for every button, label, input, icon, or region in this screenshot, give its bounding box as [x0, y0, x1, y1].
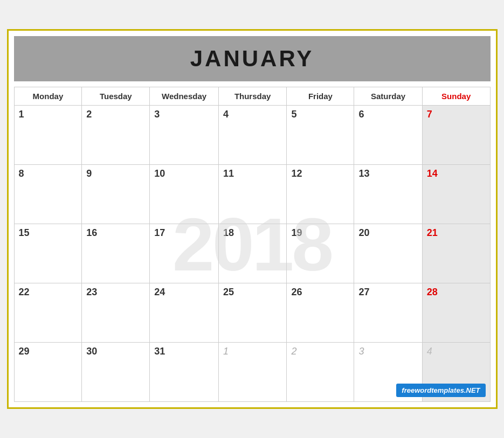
calendar-table: Monday Tuesday Wednesday Thursday Friday…	[14, 87, 491, 402]
header-thursday: Thursday	[218, 87, 287, 106]
day-number: 7	[427, 109, 432, 120]
calendar-day-cell[interactable]: 7	[422, 106, 490, 165]
day-number: 15	[19, 227, 30, 238]
calendar-day-cell[interactable]: 1	[14, 106, 82, 165]
calendar-week-row: 15161718192021	[14, 224, 490, 283]
day-number: 31	[154, 346, 165, 357]
calendar-day-cell[interactable]: 2	[287, 343, 354, 402]
day-number: 2	[291, 346, 296, 357]
calendar-day-cell[interactable]: 25	[218, 283, 287, 343]
calendar-day-cell[interactable]: 24	[150, 283, 219, 343]
calendar-day-cell[interactable]: 28	[422, 283, 490, 343]
calendar-day-cell[interactable]: 13	[354, 165, 422, 224]
day-number: 28	[427, 287, 438, 297]
header-friday: Friday	[287, 87, 354, 106]
day-number: 6	[358, 109, 364, 120]
day-number: 8	[19, 168, 24, 179]
day-number: 16	[86, 227, 97, 238]
calendar-week-row: 1234567	[14, 106, 490, 165]
calendar-day-cell[interactable]: 22	[14, 283, 82, 343]
calendar-header: JANUARY	[14, 36, 491, 81]
calendar-body: 2018 Monday Tuesday Wednesday Thursday F…	[14, 87, 491, 402]
calendar-day-cell[interactable]: 21	[422, 224, 490, 283]
calendar-day-cell[interactable]: 23	[82, 283, 150, 343]
calendar-day-cell[interactable]: 11	[218, 165, 287, 224]
day-number: 14	[427, 168, 438, 179]
calendar-day-cell[interactable]: 12	[287, 165, 354, 224]
calendar-day-cell[interactable]: 31	[150, 343, 219, 402]
day-number: 27	[358, 287, 369, 297]
day-number: 1	[19, 109, 24, 120]
header-monday: Monday	[14, 87, 82, 106]
calendar-day-cell[interactable]: 16	[82, 224, 150, 283]
day-number: 21	[427, 227, 438, 238]
calendar-day-cell[interactable]: 1	[218, 343, 287, 402]
header-tuesday: Tuesday	[82, 87, 150, 106]
day-number: 9	[86, 168, 92, 179]
day-number: 26	[291, 287, 302, 297]
calendar-day-cell[interactable]: 6	[354, 106, 422, 165]
day-number: 1	[223, 346, 229, 357]
header-saturday: Saturday	[354, 87, 422, 106]
calendar-day-cell[interactable]: 8	[14, 165, 82, 224]
calendar-day-cell[interactable]: 30	[82, 343, 150, 402]
calendar-day-cell[interactable]: 17	[150, 224, 219, 283]
day-number: 17	[154, 227, 165, 238]
calendar-day-cell[interactable]: 3	[150, 106, 219, 165]
day-number: 11	[223, 168, 234, 179]
day-number: 22	[19, 287, 30, 297]
day-number: 29	[19, 346, 30, 357]
calendar-day-cell[interactable]: 19	[287, 224, 354, 283]
calendar-day-cell[interactable]: 10	[150, 165, 219, 224]
calendar-day-cell[interactable]: 4freewordtemplates.NET	[422, 343, 490, 402]
calendar-week-row: 891011121314	[14, 165, 490, 224]
day-number: 20	[358, 227, 369, 238]
day-number: 3	[154, 109, 160, 120]
day-number: 4	[223, 109, 229, 120]
calendar-rows: 1234567891011121314151617181920212223242…	[14, 106, 490, 402]
day-number: 3	[358, 346, 364, 357]
calendar-day-cell[interactable]: 4	[218, 106, 287, 165]
calendar-week-row: 2930311234freewordtemplates.NET	[14, 343, 490, 402]
calendar-week-row: 22232425262728	[14, 283, 490, 343]
branding-label[interactable]: freewordtemplates.NET	[396, 384, 485, 397]
calendar-title: JANUARY	[14, 46, 491, 72]
day-number: 25	[223, 287, 234, 297]
day-number: 30	[86, 346, 97, 357]
calendar-day-cell[interactable]: 27	[354, 283, 422, 343]
day-number: 5	[291, 109, 296, 120]
header-wednesday: Wednesday	[150, 87, 219, 106]
calendar-day-cell[interactable]: 5	[287, 106, 354, 165]
calendar-day-cell[interactable]: 14	[422, 165, 490, 224]
day-number: 19	[291, 227, 302, 238]
header-row: Monday Tuesday Wednesday Thursday Friday…	[14, 87, 490, 106]
day-number: 13	[358, 168, 369, 179]
calendar-day-cell[interactable]: 2	[82, 106, 150, 165]
day-number: 18	[223, 227, 234, 238]
day-number: 4	[427, 346, 432, 357]
calendar-container: JANUARY 2018 Monday Tuesday Wednesday Th…	[7, 29, 498, 409]
calendar-day-cell[interactable]: 9	[82, 165, 150, 224]
day-number: 2	[86, 109, 92, 120]
header-sunday: Sunday	[422, 87, 490, 106]
calendar-day-cell[interactable]: 18	[218, 224, 287, 283]
calendar-thead: Monday Tuesday Wednesday Thursday Friday…	[14, 87, 490, 106]
calendar-day-cell[interactable]: 26	[287, 283, 354, 343]
calendar-day-cell[interactable]: 20	[354, 224, 422, 283]
calendar-day-cell[interactable]: 29	[14, 343, 82, 402]
day-number: 12	[291, 168, 302, 179]
calendar-day-cell[interactable]: 15	[14, 224, 82, 283]
day-number: 10	[154, 168, 165, 179]
day-number: 24	[154, 287, 165, 297]
day-number: 23	[86, 287, 97, 297]
